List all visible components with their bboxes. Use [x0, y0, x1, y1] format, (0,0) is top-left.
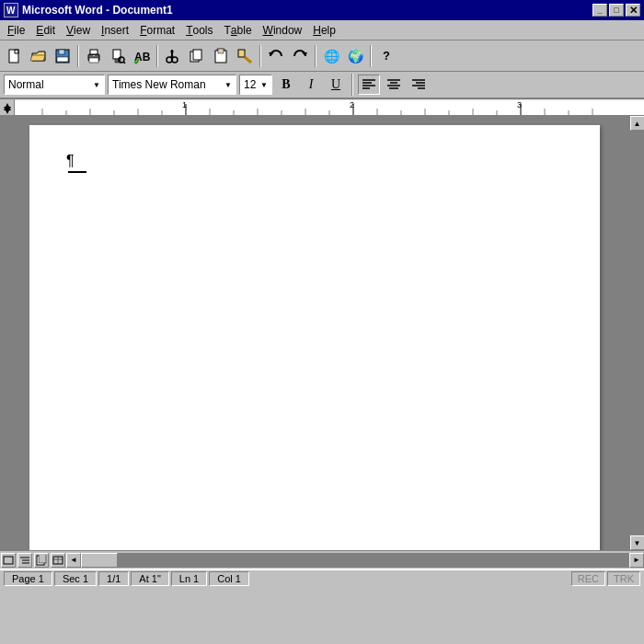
font-dropdown[interactable]: Times New Roman ▼ [108, 75, 236, 95]
menu-window[interactable]: Window [258, 21, 308, 40]
paste-button[interactable] [210, 45, 232, 67]
font-dropdown-arrow: ▼ [224, 81, 232, 89]
svg-rect-79 [39, 555, 46, 563]
scroll-up-arrow[interactable]: ▲ [630, 116, 645, 131]
svg-rect-7 [57, 57, 68, 62]
status-page: Page 1 [4, 571, 52, 586]
size-dropdown-arrow: ▼ [260, 81, 268, 89]
style-dropdown[interactable]: Normal ▼ [4, 75, 105, 95]
ruler: // This will be drawn via JS below 1 [0, 99, 644, 116]
italic-button[interactable]: I [300, 75, 322, 95]
svg-line-15 [123, 62, 125, 63]
title-bar: W Microsoft Word - Document1 _ □ ✕ [0, 0, 644, 20]
page-layout-view-button[interactable] [34, 553, 49, 568]
document-area[interactable]: ¶ [0, 116, 629, 550]
svg-line-29 [245, 57, 251, 63]
svg-rect-28 [238, 50, 245, 57]
status-at: At 1" [131, 571, 168, 586]
main-area: ¶ ▲ ▼ [0, 116, 644, 550]
cursor-line: ¶ [66, 153, 563, 169]
svg-rect-11 [93, 55, 95, 56]
paragraph-mark: ¶ [66, 153, 75, 169]
svg-rect-27 [218, 49, 224, 53]
menu-format[interactable]: Format [134, 21, 180, 40]
status-indicators: REC TRK [571, 571, 640, 586]
scroll-right-arrow[interactable]: ► [629, 553, 644, 568]
ruler-canvas: // This will be drawn via JS below 1 [15, 99, 644, 116]
normal-view-button[interactable] [1, 553, 16, 568]
outline-view-button[interactable] [17, 553, 32, 568]
size-dropdown[interactable]: 12 ▼ [239, 75, 272, 95]
toolbar-separator-4 [315, 45, 316, 67]
redo-button[interactable] [289, 45, 311, 67]
spell-check-button[interactable]: AB C [131, 45, 153, 67]
menu-insert[interactable]: Insert [96, 21, 134, 40]
menu-file[interactable]: File [2, 21, 30, 40]
formatting-separator-1 [351, 74, 353, 96]
format-painter-button[interactable] [234, 45, 256, 67]
menu-view[interactable]: View [61, 21, 96, 40]
save-button[interactable] [52, 45, 74, 67]
horizontal-scroll-area: ◄ ► [0, 550, 644, 569]
menu-bar: File Edit View Insert Format Tools Table… [0, 20, 644, 40]
status-trk: TRK [607, 571, 640, 586]
svg-text:W: W [6, 6, 16, 16]
cursor-indicator [68, 171, 86, 173]
toolbar-separator-2 [156, 45, 158, 67]
document-page[interactable]: ¶ [29, 125, 600, 550]
svg-rect-10 [89, 58, 98, 63]
standard-toolbar: AB C [0, 40, 644, 72]
status-bar: Page 1 Sec 1 1/1 At 1" Ln 1 Col 1 REC TR… [0, 569, 644, 587]
scroll-left-arrow[interactable]: ◄ [66, 553, 81, 568]
svg-rect-6 [59, 50, 64, 54]
open-button[interactable] [28, 45, 50, 67]
menu-tools[interactable]: Tools [180, 21, 218, 40]
formatting-toolbar: Normal ▼ Times New Roman ▼ 12 ▼ B I U [0, 72, 644, 99]
copy-button[interactable] [186, 45, 208, 67]
underline-button[interactable]: U [325, 75, 347, 95]
web-button[interactable]: 🌍 [344, 45, 366, 67]
horizontal-scroll-thumb[interactable] [81, 553, 118, 568]
status-rec: REC [571, 571, 605, 586]
status-section: Sec 1 [54, 571, 97, 586]
ruler-indent-marker [0, 99, 15, 116]
svg-text:1: 1 [182, 100, 187, 109]
vertical-scrollbar[interactable]: ▲ ▼ [629, 116, 644, 550]
align-center-button[interactable] [383, 75, 405, 95]
toolbar-separator-3 [259, 45, 261, 67]
close-button[interactable]: ✕ [626, 4, 640, 17]
help-button[interactable]: ? [375, 45, 397, 67]
svg-rect-24 [193, 50, 201, 60]
align-right-button[interactable] [408, 75, 430, 95]
print-preview-button[interactable] [107, 45, 129, 67]
toolbar-separator-1 [77, 45, 79, 67]
cut-button[interactable] [162, 45, 184, 67]
status-page-of: 1/1 [98, 571, 129, 586]
toolbar-separator-5 [370, 45, 372, 67]
menu-help[interactable]: Help [307, 21, 341, 40]
window-title: Microsoft Word - Document1 [22, 4, 592, 17]
status-ln: Ln 1 [171, 571, 207, 586]
minimize-button[interactable]: _ [592, 4, 607, 17]
svg-text:2: 2 [350, 100, 354, 109]
bold-button[interactable]: B [275, 75, 297, 95]
scroll-track-vertical[interactable] [630, 131, 645, 535]
menu-table[interactable]: Table [219, 21, 258, 40]
menu-edit[interactable]: Edit [30, 21, 61, 40]
maximize-button[interactable]: □ [609, 4, 624, 17]
app-icon: W [4, 3, 18, 17]
window-controls: _ □ ✕ [592, 4, 640, 17]
undo-button[interactable] [265, 45, 287, 67]
new-button[interactable] [4, 45, 26, 67]
horizontal-scroll-track[interactable] [81, 553, 629, 568]
web-layout-view-button[interactable] [51, 553, 65, 568]
scroll-down-arrow[interactable]: ▼ [630, 535, 645, 550]
align-left-button[interactable] [358, 75, 380, 95]
hyperlink-button[interactable]: 🌐 [320, 45, 342, 67]
print-button[interactable] [83, 45, 105, 67]
svg-rect-74 [4, 557, 13, 564]
svg-text:3: 3 [517, 100, 522, 109]
svg-rect-9 [90, 50, 98, 54]
status-col: Col 1 [209, 571, 249, 586]
style-dropdown-arrow: ▼ [93, 81, 100, 89]
